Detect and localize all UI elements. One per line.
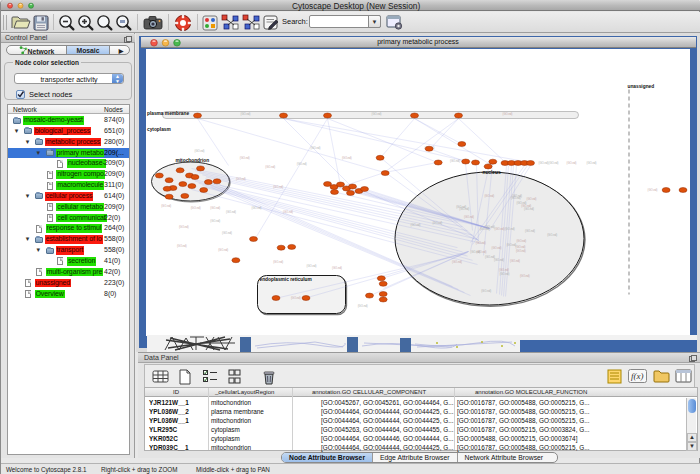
svg-text:(GO-nd): (GO-nd)	[240, 156, 250, 160]
svg-text:(GO-nd): (GO-nd)	[516, 239, 526, 243]
svg-text:(GO-nd): (GO-nd)	[499, 268, 509, 272]
svg-text:(GO-nd): (GO-nd)	[342, 156, 352, 160]
svg-text:(GO-nd): (GO-nd)	[517, 201, 527, 205]
svg-text:(GO-nd): (GO-nd)	[510, 259, 520, 263]
svg-text:(GO-nd): (GO-nd)	[283, 210, 293, 214]
svg-text:(GO-nd): (GO-nd)	[481, 289, 491, 293]
svg-text:(GO-nd): (GO-nd)	[495, 227, 505, 231]
svg-text:(GO-nd): (GO-nd)	[210, 206, 220, 210]
svg-text:(GO-nd): (GO-nd)	[307, 264, 317, 268]
svg-text:(GO-nd): (GO-nd)	[456, 205, 466, 209]
svg-text:(GO-nd): (GO-nd)	[549, 161, 559, 165]
svg-text:(GO-nd): (GO-nd)	[524, 207, 534, 211]
svg-text:(GO-nd): (GO-nd)	[332, 266, 342, 270]
svg-text:(GO-nd): (GO-nd)	[527, 197, 537, 201]
svg-text:plasma membrane: plasma membrane	[147, 111, 189, 116]
svg-text:(GO-nd): (GO-nd)	[484, 194, 494, 198]
svg-text:(GO-nd): (GO-nd)	[372, 112, 382, 116]
svg-text:(GO-nd): (GO-nd)	[179, 225, 189, 229]
svg-text:(GO-nd): (GO-nd)	[500, 272, 510, 276]
svg-text:(GO-nd): (GO-nd)	[241, 112, 251, 116]
svg-text:(GO-nd): (GO-nd)	[177, 244, 187, 248]
svg-text:(GO-nd): (GO-nd)	[516, 249, 526, 253]
svg-text:(GO-nd): (GO-nd)	[648, 188, 658, 192]
svg-text:(GO-nd): (GO-nd)	[291, 296, 301, 300]
svg-text:(GO-nd): (GO-nd)	[226, 210, 236, 214]
svg-text:(GO-nd): (GO-nd)	[236, 177, 246, 181]
svg-text:mitochondrion: mitochondrion	[176, 158, 210, 163]
svg-text:(GO-nd): (GO-nd)	[525, 229, 535, 233]
svg-text:(GO-nd): (GO-nd)	[411, 223, 421, 227]
svg-text:unassigned: unassigned	[628, 84, 655, 89]
svg-text:(GO-nd): (GO-nd)	[297, 162, 307, 166]
svg-text:(GO-nd): (GO-nd)	[218, 248, 228, 252]
svg-text:(GO-nd): (GO-nd)	[476, 241, 486, 245]
svg-text:(GO-nd): (GO-nd)	[432, 221, 442, 225]
svg-text:(GO-nd): (GO-nd)	[567, 161, 577, 165]
svg-text:(GO-nd): (GO-nd)	[494, 258, 504, 262]
svg-text:(GO-nd): (GO-nd)	[505, 227, 515, 231]
svg-text:(GO-nd): (GO-nd)	[273, 260, 283, 264]
svg-text:(GO-nd): (GO-nd)	[358, 304, 368, 308]
svg-text:(GO-nd): (GO-nd)	[311, 146, 321, 150]
svg-text:(GO-nd): (GO-nd)	[587, 161, 597, 165]
svg-text:(GO-nd): (GO-nd)	[210, 219, 220, 223]
svg-text:(GO-nd): (GO-nd)	[539, 161, 549, 165]
svg-text:f(x): f(x)	[631, 371, 644, 381]
svg-text:(GO-nd): (GO-nd)	[452, 260, 462, 264]
svg-text:(GO-nd): (GO-nd)	[252, 206, 262, 210]
svg-text:(GO-nd): (GO-nd)	[161, 204, 171, 208]
svg-text:(GO-nd): (GO-nd)	[512, 194, 522, 198]
svg-text:(GO-nd): (GO-nd)	[503, 112, 513, 116]
svg-text:endoplasmic reticulum: endoplasmic reticulum	[260, 277, 312, 282]
svg-text:(GO-nd): (GO-nd)	[470, 250, 480, 254]
svg-text:(GO-nd): (GO-nd)	[191, 206, 201, 210]
svg-text:(GO-nd): (GO-nd)	[195, 149, 205, 153]
svg-text:(GO-nd): (GO-nd)	[222, 231, 232, 235]
svg-text:(GO-nd): (GO-nd)	[485, 225, 495, 229]
svg-text:(GO-nd): (GO-nd)	[450, 159, 460, 163]
svg-text:cytoplasm: cytoplasm	[147, 127, 171, 132]
svg-text:(GO-nd): (GO-nd)	[273, 185, 283, 189]
svg-text:(GO-nd): (GO-nd)	[516, 245, 526, 249]
svg-text:(GO-nd): (GO-nd)	[265, 165, 275, 169]
svg-text:(GO-nd): (GO-nd)	[492, 246, 502, 250]
svg-text:(GO-nd): (GO-nd)	[547, 233, 557, 237]
svg-text:(GO-nd): (GO-nd)	[520, 274, 530, 278]
svg-text:(GO-nd): (GO-nd)	[464, 215, 474, 219]
